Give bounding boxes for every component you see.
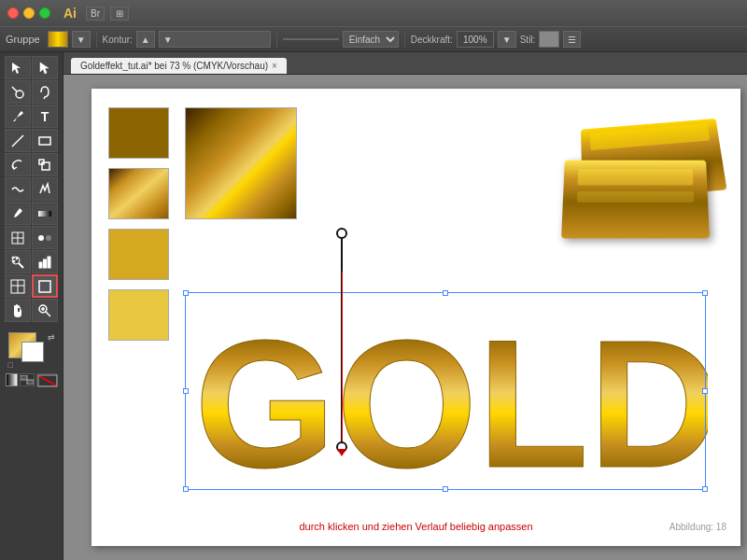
swatch-gradient-gold (108, 168, 169, 219)
svg-line-32 (39, 376, 56, 385)
deckkraft-input[interactable]: 100% (457, 31, 494, 48)
tool-row-lasso (2, 80, 61, 104)
svg-rect-18 (44, 259, 47, 268)
artboard: GOLD (92, 89, 740, 546)
caption: durch klicken und ziehen Verlauf beliebi… (92, 521, 740, 532)
background-swatch[interactable] (21, 342, 44, 362)
slice-tool[interactable] (5, 274, 31, 298)
select-tool[interactable] (5, 56, 31, 79)
stil-swatch[interactable] (539, 31, 559, 48)
svg-rect-29 (27, 380, 34, 385)
document-tab[interactable]: Goldeffekt_tut.ai* bei 73 % (CMYK/Vorsch… (71, 58, 287, 74)
maximize-button[interactable] (39, 7, 50, 19)
svg-text:GOLD: GOLD (194, 301, 708, 490)
swatch-column (108, 107, 169, 341)
deckkraft-down[interactable]: ▼ (498, 31, 516, 48)
tool-row-warp (2, 177, 61, 201)
toolbox: T (0, 52, 63, 560)
svg-point-10 (38, 235, 44, 241)
tab-close-button[interactable]: × (272, 61, 277, 71)
hand-tool[interactable] (5, 299, 31, 322)
fill-options[interactable]: ▼ (72, 31, 91, 48)
svg-point-14 (12, 257, 14, 259)
mesh-tool[interactable] (5, 226, 31, 249)
chart-tool[interactable] (32, 250, 58, 273)
svg-rect-19 (48, 257, 50, 268)
reshape-tool[interactable] (32, 177, 58, 201)
toolbar: Gruppe ▼ Kontur: ▲ ▼ Einfach Deckkraft: … (0, 26, 747, 52)
rect-tool[interactable] (32, 129, 58, 152)
zoom-tool[interactable] (32, 299, 58, 322)
svg-line-25 (46, 312, 50, 316)
tool-row-mesh (2, 226, 61, 249)
svg-point-16 (13, 260, 15, 262)
svg-point-0 (16, 91, 23, 98)
svg-point-11 (46, 235, 51, 241)
stroke-display (283, 38, 339, 40)
separator3 (404, 31, 405, 48)
default-colors[interactable]: □ (8, 360, 13, 370)
separator (96, 31, 97, 48)
pattern-mode[interactable] (20, 373, 35, 386)
gradient-tool[interactable] (32, 202, 58, 225)
fill-swatch[interactable] (48, 31, 68, 48)
svg-line-1 (12, 87, 17, 91)
scale-tool[interactable] (32, 153, 58, 176)
eyedropper-tool[interactable] (5, 202, 31, 225)
gradient-arrow (335, 445, 348, 458)
swatch-light-gold (108, 289, 169, 341)
type-tool[interactable]: T (32, 105, 58, 128)
close-button[interactable] (7, 7, 19, 19)
tab-bar: Goldeffekt_tut.ai* bei 73 % (CMYK/Vorsch… (63, 52, 747, 75)
extra-options[interactable]: ☰ (563, 31, 581, 48)
main-area: T (0, 52, 747, 560)
separator2 (276, 31, 277, 48)
pen-tool[interactable] (5, 105, 31, 128)
tool-row-paint (2, 202, 61, 225)
color-mode-row (6, 373, 57, 386)
svg-rect-4 (42, 162, 49, 170)
color-section: ⇄ □ (2, 330, 61, 391)
tool-row-pen: T (2, 105, 61, 128)
tab-title: Goldeffekt_tut.ai* bei 73 % (CMYK/Vorsch… (80, 61, 268, 71)
rectangle-tool-active[interactable] (32, 274, 58, 298)
lasso-tool[interactable] (32, 80, 58, 104)
kontur-select[interactable]: ▼ (159, 31, 271, 48)
canvas-scroll[interactable]: GOLD (63, 75, 747, 560)
rotate-tool[interactable] (5, 153, 31, 176)
svg-rect-23 (39, 281, 50, 292)
symbol-spray-tool[interactable] (5, 250, 31, 273)
gradient-mode[interactable] (6, 373, 18, 386)
tool-row-select (2, 56, 61, 79)
svg-line-13 (19, 263, 23, 268)
stroke-style-select[interactable]: Einfach (343, 31, 399, 48)
group-label: Gruppe (6, 34, 40, 45)
gold-bars-illustration (554, 107, 736, 261)
blend-tool[interactable] (32, 226, 58, 249)
tool-row-slice (2, 274, 61, 298)
tool-row-special (2, 250, 61, 273)
svg-point-15 (16, 258, 18, 259)
kontur-label: Kontur: (103, 35, 133, 45)
none-mode[interactable] (36, 373, 57, 386)
kontur-up[interactable]: ▲ (136, 31, 155, 48)
minimize-button[interactable] (23, 7, 35, 19)
workspace-icon[interactable]: ⊞ (110, 7, 129, 21)
swatch-dark-gold (108, 107, 169, 159)
warp-tool[interactable] (5, 177, 31, 201)
fg-bg-swatches: ⇄ □ (8, 332, 55, 370)
title-bar: Ai Br ⊞ (0, 0, 747, 26)
bridge-button[interactable]: Br (86, 7, 105, 21)
svg-rect-17 (39, 262, 42, 268)
swatch-medium-gold (108, 229, 169, 280)
magic-wand-tool[interactable] (5, 80, 31, 104)
app-title: Ai (63, 6, 77, 21)
line-tool[interactable] (5, 129, 31, 152)
traffic-lights (7, 7, 50, 19)
swap-colors[interactable]: ⇄ (48, 332, 55, 342)
tool-row-shapes (2, 129, 61, 152)
tool-row-transform (2, 153, 61, 176)
direct-select-tool[interactable] (32, 56, 58, 79)
gradient-handle-top[interactable] (336, 228, 347, 239)
figure-label: Abbildung: 18 (669, 522, 726, 532)
